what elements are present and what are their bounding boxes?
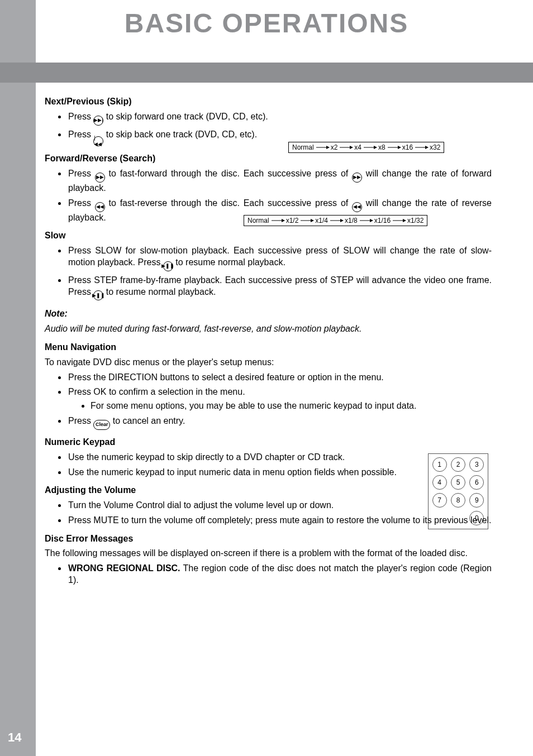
menu-intro: To navigate DVD disc menus or the player… <box>45 357 492 369</box>
heading-menu: Menu Navigation <box>45 342 492 353</box>
list-item: Press ▶▶| to skip forward one track (DVD… <box>67 111 492 126</box>
list-item: Press STEP frame-by-frame playback. Each… <box>67 275 492 301</box>
skip-back-icon: |◀◀ <box>93 136 103 146</box>
play-pause-icon: ▶❚❚ <box>93 290 103 300</box>
text: Press <box>68 169 95 178</box>
heading-error: Disc Error Messages <box>45 533 492 545</box>
list-item: Press SLOW for slow-motion playback. Eac… <box>67 245 492 271</box>
list-item: Press MUTE to turn the volume off comple… <box>67 515 492 527</box>
list-skip: Press ▶▶| to skip forward one track (DVD… <box>45 111 492 147</box>
rewind-icon: ◀◀ <box>352 202 362 212</box>
page: BASIC OPERATIONS Normal x2 x4 x8 x16 x32… <box>0 0 533 756</box>
list-search: Press ▶▶ to fast-forward through the dis… <box>45 168 492 223</box>
heading-volume: Adjusting the Volume <box>45 485 492 496</box>
content: Next/Previous (Skip) Press ▶▶| to skip f… <box>45 89 492 590</box>
text: Press <box>68 130 93 139</box>
list-item: WRONG REGIONAL DISC. The region code of … <box>67 563 492 586</box>
rewind-icon: ◀◀ <box>95 202 105 212</box>
heading-skip: Next/Previous (Skip) <box>45 96 492 108</box>
list-item: Press |◀◀ to skip back one track (DVD, C… <box>67 129 492 147</box>
fast-forward-icon: ▶▶ <box>352 173 362 183</box>
list-item: Press ▶▶ to fast-forward through the dis… <box>67 168 492 194</box>
list-volume: Turn the Volume Control dial to adjust t… <box>45 500 492 527</box>
text: to skip forward one track (DVD, CD, etc)… <box>103 112 268 121</box>
text: Press <box>68 112 93 121</box>
text: Press <box>68 416 93 425</box>
clear-button-icon: Clear <box>93 420 110 430</box>
error-intro: The following messages will be displayed… <box>45 548 492 559</box>
heading-slow: Slow <box>45 230 492 242</box>
text: to fast-forward through the disc. Each s… <box>105 169 352 178</box>
sublist: For some menu options, you may be able t… <box>68 400 492 412</box>
text: to fast-reverse through the disc. Each s… <box>105 198 352 208</box>
list-numeric: Use the numeric keypad to skip directly … <box>45 452 407 479</box>
skip-forward-icon: ▶▶| <box>93 116 103 126</box>
list-item: Press the DIRECTION buttons to select a … <box>67 372 492 384</box>
list-item: Use the numeric keypad to skip directly … <box>67 452 407 463</box>
note-body: Audio will be muted during fast-forward,… <box>45 323 492 335</box>
text: to resume normal playback. <box>173 257 285 267</box>
list-error: WRONG REGIONAL DISC. The region code of … <box>45 563 492 586</box>
text: to resume normal playback. <box>103 287 216 296</box>
text: to skip back one track (DVD, CD, etc). <box>103 130 257 139</box>
list-item: For some menu options, you may be able t… <box>91 400 492 412</box>
note-heading: Note: <box>45 308 492 320</box>
heading-search: Forward/Reverse (Search) <box>45 153 492 165</box>
list-menu: Press the DIRECTION buttons to select a … <box>45 372 492 430</box>
left-margin-bar <box>0 0 36 756</box>
list-item: Press OK to confirm a selection in the m… <box>67 386 492 412</box>
text: to cancel an entry. <box>110 416 185 425</box>
list-item: Press ◀◀ to fast-reverse through the dis… <box>67 198 492 224</box>
text: Press <box>68 198 95 208</box>
list-item: Turn the Volume Control dial to adjust t… <box>67 500 492 511</box>
list-item: Use the numeric keypad to input numeric … <box>67 467 407 479</box>
page-title: BASIC OPERATIONS <box>0 8 533 39</box>
error-bold: WRONG REGIONAL DISC. <box>68 563 180 573</box>
play-pause-icon: ▶❚❚ <box>163 261 173 271</box>
list-item: Press Clear to cancel an entry. <box>67 415 492 430</box>
title-band <box>0 63 533 83</box>
page-number: 14 <box>8 730 21 745</box>
list-slow: Press SLOW for slow-motion playback. Eac… <box>45 245 492 300</box>
heading-numeric: Numeric Keypad <box>45 437 492 448</box>
text: Press OK to confirm a selection in the m… <box>68 387 245 396</box>
fast-forward-icon: ▶▶ <box>95 173 105 183</box>
